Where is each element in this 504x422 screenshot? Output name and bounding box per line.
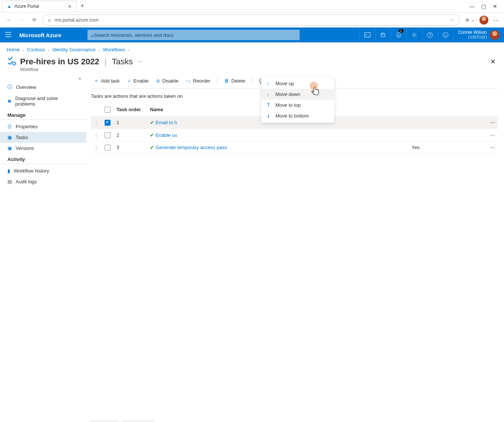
nav-tasks[interactable]: ▣ Tasks xyxy=(0,132,86,143)
crumb-home[interactable]: Home xyxy=(7,47,20,52)
crumb-contoso[interactable]: Contoso xyxy=(27,47,45,52)
enable-button[interactable]: ✓ Enable xyxy=(124,77,151,85)
nav-label: Diagnose and solve problems xyxy=(15,96,79,107)
crumb-workflows[interactable]: Workflows xyxy=(103,47,125,52)
status-icon: ✔ xyxy=(150,132,154,138)
table-row[interactable]: ⋮ 2 ✔Enable us ⋯ xyxy=(91,129,498,142)
tasks-icon: ▣ xyxy=(7,135,12,140)
back-button[interactable]: ← xyxy=(4,17,13,23)
row-more-icon[interactable]: ⋯ xyxy=(490,145,495,150)
discard-button[interactable]: Discard xyxy=(122,420,155,422)
task-link[interactable]: Email to h xyxy=(156,120,177,125)
forward-button[interactable]: → xyxy=(17,17,26,23)
delete-button[interactable]: 🗑 Delete xyxy=(221,77,248,85)
notifications-icon[interactable]: 1 xyxy=(391,28,406,42)
cloud-shell-icon[interactable] xyxy=(360,28,375,42)
row-checkbox[interactable] xyxy=(105,120,111,126)
chevron-right-icon: › xyxy=(23,48,24,52)
nav-properties[interactable]: ☷ Properties xyxy=(0,121,86,132)
collections-icon[interactable]: ⊕ ⌄ xyxy=(465,17,475,23)
page-title: Pre-hires in US 2022 xyxy=(20,57,99,67)
browser-tab[interactable]: ▲ Azure Portal ✕ xyxy=(2,1,77,12)
browser-titlebar: ▲ Azure Portal ✕ + — ▢ ✕ xyxy=(0,0,504,13)
notification-badge: 1 xyxy=(399,29,403,33)
footer-buttons: Save Discard xyxy=(91,416,498,422)
nav-workflow-history[interactable]: ▮ Workflow history xyxy=(0,165,86,176)
move-up-item[interactable]: ↑ Move up xyxy=(261,78,334,89)
drag-handle-icon[interactable]: ⋮ xyxy=(94,145,99,150)
status-icon: ✔ xyxy=(150,145,154,150)
arrow-down-icon: ↓ xyxy=(267,91,272,97)
azure-global-header: Microsoft Azure ⌕ 1 ? Connie Wilson CONT… xyxy=(0,28,504,42)
task-link[interactable]: Generate temporary access pass xyxy=(156,145,227,150)
task-link[interactable]: Enable us xyxy=(156,132,177,138)
svg-point-7 xyxy=(13,62,16,65)
maximize-icon[interactable]: ▢ xyxy=(481,3,486,9)
chevron-right-icon: › xyxy=(128,48,130,52)
history-icon: ▮ xyxy=(7,168,10,174)
favorite-icon[interactable]: ☆ xyxy=(450,17,454,23)
move-down-item[interactable]: ↓ Move down xyxy=(261,89,334,100)
row-more-icon[interactable]: ⋯ xyxy=(490,120,495,125)
user-display-name: Connie Wilson xyxy=(458,30,487,35)
close-blade-icon[interactable]: ✕ xyxy=(490,58,497,66)
collapse-nav-icon[interactable]: « xyxy=(0,76,86,81)
portal-brand[interactable]: Microsoft Azure xyxy=(19,32,61,38)
row-checkbox[interactable] xyxy=(105,132,111,138)
dd-label: Move up xyxy=(275,81,294,86)
nav-manage-header: Manage xyxy=(0,109,86,120)
svg-point-1 xyxy=(414,34,415,36)
help-icon[interactable]: ? xyxy=(422,28,438,42)
nav-audit-logs[interactable]: ▤ Audit logs xyxy=(0,176,86,187)
disable-button[interactable]: ⊘ Disable xyxy=(153,77,181,85)
move-to-top-item[interactable]: ⤒ Move to top xyxy=(261,100,334,110)
move-to-bottom-item[interactable]: ⤓ Move to bottom xyxy=(261,110,334,121)
add-task-button[interactable]: ＋ Add task xyxy=(91,76,123,86)
arrow-up-icon: ↑ xyxy=(267,81,272,86)
status-icon: ✔ xyxy=(150,120,154,125)
chevron-right-icon: › xyxy=(99,48,100,52)
directories-icon[interactable] xyxy=(375,28,391,42)
drag-handle-icon[interactable]: ⋮ xyxy=(94,120,99,125)
nav-diagnose[interactable]: ✖ Diagnose and solve problems xyxy=(0,93,86,109)
btn-label: Enable xyxy=(134,78,149,84)
title-more-icon[interactable]: ⋯ xyxy=(137,59,142,64)
reorder-button[interactable]: ↑↓ Reorder xyxy=(183,77,213,85)
svg-point-5 xyxy=(444,34,445,35)
nav-label: Tasks xyxy=(16,135,28,140)
nav-label: Workflow history xyxy=(14,168,49,174)
dd-label: Move down xyxy=(275,91,300,97)
minimize-icon[interactable]: — xyxy=(469,3,475,9)
info-icon: ⓘ xyxy=(7,84,12,90)
table-row[interactable]: ⋮ 3 ✔Generate temporary access pass Yes … xyxy=(91,141,498,154)
drag-handle-icon[interactable]: ⋮ xyxy=(94,132,99,138)
col-order[interactable]: Task order xyxy=(114,103,147,116)
tab-close-icon[interactable]: ✕ xyxy=(68,4,72,9)
nav-label: Audit logs xyxy=(16,179,37,184)
updown-icon: ↑↓ xyxy=(186,78,191,84)
select-all-checkbox[interactable] xyxy=(105,107,111,113)
global-search-input[interactable] xyxy=(94,32,296,38)
reorder-dropdown: ↑ Move up ↓ Move down ⤒ Move to top ⤓ Mo… xyxy=(261,77,334,123)
feedback-smile-icon[interactable] xyxy=(438,28,453,42)
crumb-identity-governance[interactable]: Identity Governance xyxy=(52,47,95,52)
row-checkbox[interactable] xyxy=(105,145,111,151)
dd-label: Move to bottom xyxy=(275,113,309,119)
svg-point-6 xyxy=(446,34,447,35)
global-search[interactable]: ⌕ xyxy=(87,30,300,40)
nav-versions[interactable]: ▣ Versions xyxy=(0,143,86,154)
portal-menu-icon[interactable] xyxy=(5,32,16,38)
window-close-icon[interactable]: ✕ xyxy=(493,3,497,9)
arrow-top-icon: ⤒ xyxy=(267,102,272,108)
row-more-icon[interactable]: ⋯ xyxy=(490,132,495,138)
user-account-menu[interactable]: Connie Wilson CONTOSO xyxy=(453,28,504,42)
browser-more-icon[interactable]: ⋯ xyxy=(493,16,500,24)
settings-icon[interactable] xyxy=(406,28,422,42)
nav-overview[interactable]: ⓘ Overview xyxy=(0,81,86,93)
url-text: ms.portal.azure.com xyxy=(55,17,446,23)
address-bar[interactable]: ⌕ ms.portal.azure.com ☆ xyxy=(42,15,460,26)
save-button[interactable]: Save xyxy=(91,420,118,422)
refresh-button[interactable]: ⟳ xyxy=(30,17,39,23)
browser-profile-avatar[interactable] xyxy=(479,16,488,25)
new-tab-button[interactable]: + xyxy=(77,2,88,10)
